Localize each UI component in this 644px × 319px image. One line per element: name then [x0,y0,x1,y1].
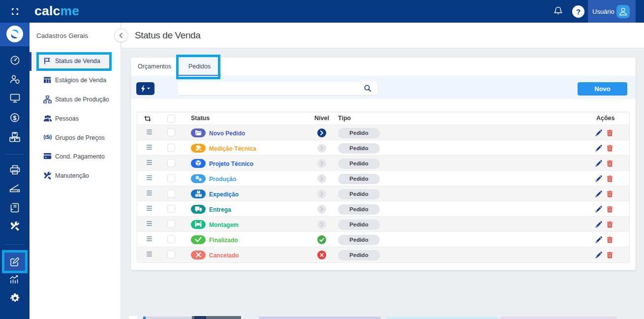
svg-text:$: $ [46,134,49,140]
svg-text:$: $ [13,115,17,122]
